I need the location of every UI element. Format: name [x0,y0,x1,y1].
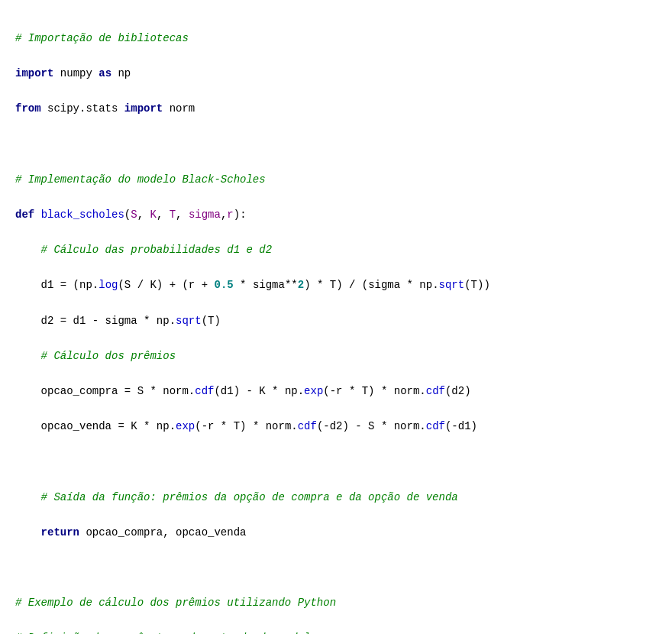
line-11: opcao_compra = S * norm.cdf(d1) - K * np… [15,383,657,400]
comment-5: # Saída da função: prêmios da opção de c… [41,491,458,503]
method-sqrt-1: sqrt [439,279,465,291]
method-log: log [99,279,118,291]
comment-4: # Cálculo dos prêmios [41,350,176,362]
func-def-name: black_scholes [41,209,124,221]
keyword-return: return [41,526,79,539]
comment-2: # Implementação do modelo Black-Scholes [15,173,266,186]
line-1: # Importação de bibliotecas [15,30,657,47]
keyword-from: from [15,102,41,115]
line-3: from scipy.stats import norm [15,100,657,118]
method-cdf-3: cdf [298,420,317,432]
line-5: # Implementação do modelo Black-Scholes [15,171,657,189]
comment-3: # Cálculo das probabilidades d1 e d2 [41,244,272,256]
comment-1: # Importação de bibliotecas [15,32,189,44]
keyword-import-1: import [15,67,53,79]
method-cdf-4: cdf [426,420,445,432]
line-16 [15,559,657,577]
method-exp-1: exp [304,385,323,397]
param-r: r [227,209,233,221]
line-4 [15,136,657,154]
line-15: return opcao_compra, opcao_venda [15,524,657,542]
comment-6: # Exemplo de cálculo dos prêmios utiliza… [15,597,336,609]
method-sqrt-2: sqrt [176,315,202,327]
method-cdf-2: cdf [426,385,445,397]
param-sigma: sigma [189,209,221,221]
method-cdf-1: cdf [195,385,214,397]
line-10: # Cálculo dos prêmios [15,348,657,365]
line-14: # Saída da função: prêmios da opção de c… [15,489,657,506]
line-12: opcao_venda = K * np.exp(-r * T) * norm.… [15,418,657,435]
num-05: 0.5 [214,279,233,291]
line-8: d1 = (np.log(S / K) + (r + 0.5 * sigma**… [15,277,657,294]
keyword-def: def [15,209,34,221]
line-7: # Cálculo das probabilidades d1 e d2 [15,241,657,259]
keyword-import-2: import [124,102,163,115]
method-exp-2: exp [176,420,195,432]
line-6: def black_scholes(S, K, T, sigma,r): [15,206,657,224]
param-s: S [131,209,137,221]
code-editor: # Importação de bibliotecas import numpy… [15,12,657,634]
line-13 [15,453,657,471]
line-9: d2 = d1 - sigma * np.sqrt(T) [15,312,657,330]
line-2: import numpy as np [15,65,657,82]
param-k: K [150,209,156,221]
num-2: 2 [298,279,304,291]
keyword-as-1: as [99,67,111,79]
param-t: T [170,209,176,221]
line-17: # Exemplo de cálculo dos prêmios utiliza… [15,594,657,612]
line-18: # Definição dos parâmetros de entrada do… [15,629,657,634]
